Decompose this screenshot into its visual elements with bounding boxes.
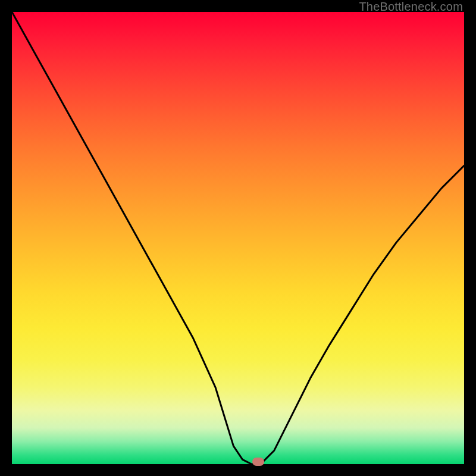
- watermark-text: TheBottleneck.com: [359, 0, 463, 14]
- chart-frame: TheBottleneck.com: [0, 0, 476, 476]
- bottleneck-curve: [12, 12, 464, 464]
- optimum-marker: [252, 458, 264, 466]
- plot-area: [12, 12, 464, 464]
